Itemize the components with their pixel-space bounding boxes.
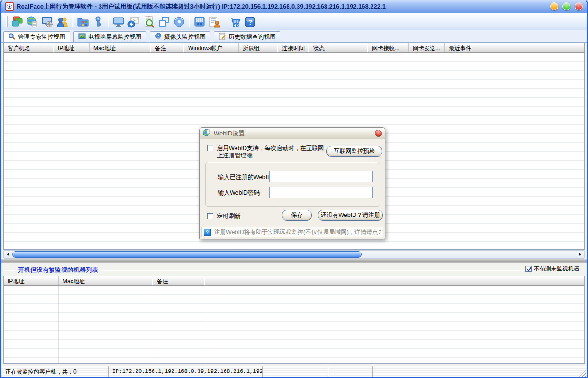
client-table-header: 客户机名 IP地址 Mac地址 备注 Windows帐户 所属组 连接时间 状态… (4, 43, 584, 53)
column-header[interactable]: Mac地址 (59, 276, 153, 285)
timed-refresh-label: 定时刷新 (217, 212, 241, 220)
book-binoculars-icon[interactable] (192, 15, 207, 29)
webid-label: 输入已注册的WebID (218, 173, 271, 181)
column-header[interactable]: 连接时间 (278, 43, 309, 52)
webid-groupbox (205, 162, 380, 207)
internet-precheck-button[interactable]: 互联网监控预检 (326, 146, 382, 157)
magnifier-icon (8, 33, 16, 42)
register-webid-button[interactable]: 还没有WebID？请注册 (318, 210, 383, 221)
panel-splitter[interactable] (1, 259, 587, 263)
hide-unmonitored-checkbox[interactable]: 不侦测未监视机器 (524, 265, 581, 273)
webid-settings-dialog: WebID设置 启用WebID支持，每次启动时，在互联网 上注册管理端 互联网监… (199, 127, 385, 239)
tab-label: 管理专家监控视图 (18, 33, 65, 41)
column-header[interactable]: 网卡发送... (409, 43, 445, 52)
view-tabstrip: 管理专家监控视图 电视墙屏幕监控视图 摄像头监控视图 历史数据查询视图 (1, 30, 587, 43)
webid-password-label: 输入WebID密码 (218, 189, 260, 197)
tab-label: 摄像头监控视图 (164, 33, 206, 41)
status-panel-empty (328, 366, 373, 377)
scroll-right-arrow[interactable] (577, 252, 583, 257)
status-ip-list: IP:172.20.156.1,192.168.0.39,192.168.216… (109, 366, 263, 377)
column-header (205, 276, 584, 285)
column-header[interactable]: 状态 (309, 43, 368, 52)
footer-hint-text[interactable]: 注册WebID将有助于实现远程监控(不仅仅是局域网)，详情请点击 (214, 228, 381, 236)
column-header[interactable]: IP地址 (54, 43, 90, 52)
globe-icon (203, 129, 210, 138)
close-button[interactable] (575, 2, 583, 10)
mail-reply-icon[interactable] (126, 15, 141, 29)
dialog-title-bar[interactable]: WebID设置 (200, 128, 385, 139)
webid-input[interactable] (269, 171, 373, 182)
column-header[interactable]: Mac地址 (90, 43, 151, 52)
status-panel-empty (373, 366, 587, 377)
globe-list-icon[interactable] (25, 15, 40, 29)
webid-password-input[interactable] (269, 187, 373, 198)
dialog-close-button[interactable] (375, 130, 382, 137)
column-header[interactable]: 备注 (153, 276, 205, 285)
tab-separator (72, 33, 72, 41)
maximize-button[interactable] (562, 2, 570, 10)
shopping-cart-icon[interactable] (227, 15, 243, 29)
svg-text:?: ? (248, 18, 253, 26)
question-icon: ? (204, 229, 211, 236)
document-search-icon[interactable] (141, 15, 156, 29)
tab-tv-wall-view[interactable]: 电视墙屏幕监控视图 (73, 31, 146, 42)
window-title: RealFace上网行为管理软件 - 3用户试用版(试用版不能连续超过3小时运行… (17, 2, 546, 11)
scroll-left-arrow[interactable] (5, 252, 11, 257)
monitor-icon[interactable] (111, 15, 126, 29)
column-header[interactable]: 备注 (151, 43, 184, 52)
column-header[interactable]: 客户机名 (4, 43, 54, 52)
checkbox-label: 不侦测未监视机器 (534, 265, 579, 273)
folder-blocks-icon[interactable] (75, 15, 90, 29)
tab-expert-monitor-view[interactable]: 管理专家监控视图 (3, 31, 70, 42)
camera-icon (154, 33, 162, 42)
check-icon (526, 266, 532, 272)
user-list-icon[interactable] (207, 15, 222, 29)
dialog-title: WebID设置 (214, 129, 375, 138)
cd-disk-icon[interactable] (172, 15, 187, 29)
tab-label: 历史数据查询视图 (228, 33, 276, 41)
save-button[interactable]: 保存 (282, 210, 312, 221)
scrollbar-thumb[interactable] (12, 251, 362, 258)
unmonitored-panel: 开机但没有被监视的机器列表 不侦测未监视机器 IP地址 Mac地址 备注 (1, 263, 587, 366)
tab-separator (282, 33, 282, 41)
history-icon (218, 33, 226, 42)
tab-camera-view[interactable]: 摄像头监控视图 (150, 31, 211, 42)
timed-refresh-checkbox[interactable] (207, 213, 213, 219)
enable-webid-checkbox[interactable] (207, 145, 213, 151)
minimize-button[interactable] (550, 2, 558, 10)
grid-line (153, 286, 153, 363)
toolbar-separator (72, 16, 73, 27)
app-eye-icon (5, 2, 14, 11)
title-bar: RealFace上网行为管理软件 - 3用户试用版(试用版不能连续超过3小时运行… (1, 0, 587, 13)
help-icon[interactable]: ? (243, 15, 258, 29)
toolbar-grip[interactable] (6, 16, 8, 27)
tab-history-query-view[interactable]: 历史数据查询视图 (214, 31, 280, 42)
column-header[interactable]: 所属组 (239, 43, 278, 52)
unmonitored-table: IP地址 Mac地址 备注 (3, 276, 585, 364)
main-toolbar: ? (1, 13, 587, 30)
checkbox-box[interactable] (525, 266, 532, 272)
copy-windows-icon[interactable] (156, 15, 172, 29)
enable-webid-label-line2: 上注册管理端 (217, 152, 324, 159)
key-icon[interactable] (90, 15, 106, 29)
tab-separator (212, 33, 212, 41)
toolbar-separator (189, 16, 190, 27)
status-monitored-count: 正在被监控的客户机，共：0 (1, 366, 109, 377)
horizontal-scrollbar[interactable] (3, 250, 585, 259)
column-header[interactable]: IP地址 (4, 276, 59, 285)
unmonitored-table-header: IP地址 Mac地址 备注 (4, 276, 584, 286)
column-header[interactable]: Windows帐户 (184, 43, 239, 52)
app-window: RealFace上网行为管理软件 - 3用户试用版(试用版不能连续超过3小时运行… (0, 0, 588, 378)
enable-webid-label-line1: 启用WebID支持，每次启动时，在互联网 (217, 145, 324, 152)
grid-line (205, 286, 205, 363)
column-header[interactable]: 最近事件 (445, 43, 584, 52)
status-panel-empty (263, 366, 328, 377)
unmonitored-table-body (4, 286, 584, 363)
windows-layers-icon[interactable] (9, 15, 25, 29)
toolbar-separator (225, 16, 225, 27)
column-header[interactable]: 网卡接收... (368, 43, 409, 52)
monitor-gear-icon[interactable] (40, 15, 55, 29)
tab-label: 电视墙屏幕监控视图 (88, 33, 142, 41)
toolbar-separator (108, 16, 109, 27)
users-icon[interactable] (55, 15, 70, 29)
